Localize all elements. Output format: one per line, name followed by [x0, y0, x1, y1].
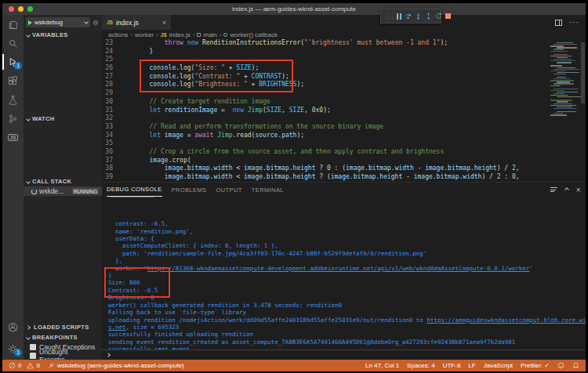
call-stack-section-header[interactable]: CALL STACK — [24, 176, 102, 186]
account-icon[interactable] — [2, 317, 24, 336]
line-number[interactable]: 35 — [102, 139, 119, 148]
checkbox[interactable] — [30, 353, 36, 359]
breadcrumb-main[interactable]: main — [203, 31, 216, 38]
console-link[interactable]: https://81368-wkndaemassetcompute-develo… — [147, 265, 530, 272]
testing-icon[interactable] — [2, 90, 24, 109]
code-line[interactable]: 23 throw new RenditionInstructionsError(… — [102, 39, 586, 48]
watch-body — [24, 124, 102, 176]
close-panel-icon[interactable]: × — [576, 186, 581, 194]
code-editor[interactable]: 23 throw new RenditionInstructionsError(… — [102, 39, 586, 182]
problems-status[interactable]: 0 0 — [9, 362, 40, 369]
breadcrumb-actions[interactable]: actions — [108, 31, 128, 38]
line-number[interactable]: 25 — [102, 56, 119, 64]
close-tab-icon[interactable]: × — [162, 19, 166, 27]
line-number[interactable]: 34 — [102, 132, 119, 140]
line-number[interactable]: 30 — [102, 98, 119, 107]
tab-terminal[interactable]: TERMINAL — [252, 186, 284, 194]
line-number[interactable]: 36 — [102, 148, 119, 157]
run-debug-icon[interactable]: 1 — [2, 53, 24, 71]
code-line[interactable]: 37 image.crop( — [102, 157, 586, 165]
language-mode[interactable]: JavaScript — [484, 362, 513, 369]
code-line[interactable]: 34 let image = await Jimp.read(source.pa… — [102, 132, 586, 140]
console-link[interactable]: s.net — [108, 324, 126, 331]
eol[interactable]: LF — [468, 362, 475, 369]
line-number[interactable]: 39 — [102, 173, 119, 182]
console-line: Falling back to use `file-type` library — [108, 309, 586, 316]
line-number[interactable]: 31 — [102, 107, 119, 115]
code-line[interactable]: 33 // Read and perform transformations o… — [102, 123, 586, 132]
code-line[interactable]: 31 let renditionImage = new Jimp(SIZE, S… — [102, 107, 586, 115]
debug-console-output[interactable]: contrast: -0.5, name: 'rendition.png', u… — [102, 197, 586, 349]
debug-plug-icon — [48, 362, 55, 369]
launch-config-select[interactable]: wskdebug — [26, 17, 90, 27]
variables-section-header[interactable]: VARIABLES — [24, 30, 102, 40]
console-line: successfully sent event — [108, 346, 586, 349]
tab-output[interactable]: OUTPUT — [216, 186, 242, 194]
checkbox[interactable] — [30, 344, 36, 350]
breadcrumb-callback[interactable]: worker() callback — [230, 31, 277, 38]
filter-icon[interactable] — [550, 187, 557, 192]
configure-gear-icon[interactable] — [92, 19, 100, 27]
pause-button[interactable] — [397, 12, 401, 20]
line-number[interactable]: 23 — [102, 39, 119, 48]
debug-toolbar: ⋮⋮ — [380, 9, 441, 24]
more-actions-icon[interactable]: ··· — [569, 18, 579, 27]
indentation[interactable]: Spaces: 4 — [407, 362, 435, 369]
tab-problems[interactable]: PROBLEMS — [172, 186, 207, 194]
tab-debug-console[interactable]: DEBUG CONSOLE — [107, 183, 162, 197]
code-line[interactable]: 32 — [102, 114, 586, 123]
warning-icon — [27, 362, 34, 369]
line-number[interactable]: 29 — [102, 89, 119, 98]
code-line[interactable]: 24 } — [102, 48, 586, 56]
step-over-button[interactable] — [405, 12, 412, 20]
split-editor-icon[interactable] — [555, 20, 562, 26]
tab-indexjs[interactable]: JS index.js × — [102, 15, 171, 30]
titlebar[interactable]: index.js — aem-guides-wknd-asset-compute — [2, 3, 586, 15]
step-into-button[interactable] — [415, 12, 422, 20]
code-line[interactable]: 38 image.bitmap.width < image.bitmap.hei… — [102, 165, 586, 173]
code-line[interactable]: 39 image.bitmap.width < image.bitmap.hei… — [102, 173, 586, 182]
minimap[interactable] — [550, 41, 579, 116]
line-number[interactable]: 37 — [102, 157, 119, 165]
feedback-smiley-icon[interactable] — [557, 362, 564, 369]
call-stack-thread-row[interactable]: wskde... RUNNING — [24, 186, 102, 196]
console-link[interactable]: https://aemguideswkndassetcomput.blob.co… — [426, 317, 586, 324]
line-number[interactable]: 38 — [102, 165, 119, 173]
breadcrumb-indexjs[interactable]: index.js — [169, 31, 191, 38]
line-number[interactable]: 28 — [102, 81, 119, 89]
editor-scrollbar-thumb[interactable] — [581, 42, 585, 103]
drag-grip-icon[interactable]: ⋮⋮ — [384, 13, 394, 20]
formatter-status[interactable]: Prettier: ✓ — [521, 362, 550, 369]
search-icon[interactable] — [2, 34, 24, 53]
start-debug-icon[interactable] — [28, 20, 32, 25]
stop-button[interactable] — [445, 12, 451, 20]
breadcrumb-worker[interactable]: worker — [135, 31, 154, 38]
loaded-scripts-section-header[interactable]: LOADED SCRIPTS — [24, 322, 102, 332]
js-extension-icon[interactable]: JS — [2, 128, 24, 147]
line-number[interactable]: 26 — [102, 64, 119, 73]
cursor-position[interactable]: Ln 47, Col 1 — [365, 362, 399, 369]
console-line: Size: 800 — [108, 279, 586, 286]
code-line[interactable]: 35 — [102, 139, 586, 148]
line-number[interactable]: 24 — [102, 48, 119, 56]
error-icon — [9, 362, 16, 369]
extensions-icon[interactable] — [2, 71, 24, 90]
settings-gear-icon[interactable]: 1 — [2, 339, 24, 358]
notifications-bell-icon[interactable] — [572, 362, 579, 369]
debug-target-status[interactable]: wskdebug (aem-guides-wknd-asset-compute) — [48, 362, 184, 369]
step-out-button[interactable] — [425, 12, 432, 20]
line-number[interactable]: 27 — [102, 73, 119, 81]
breakpoint-uncaught-exceptions[interactable]: Uncaught Exceptio... — [24, 351, 102, 360]
maximize-panel-icon[interactable] — [564, 187, 569, 192]
encoding[interactable]: UTF-8 — [443, 362, 461, 369]
explorer-icon[interactable] — [2, 15, 24, 34]
code-line[interactable]: 30 // Create target rendition image — [102, 98, 586, 107]
line-number[interactable]: 33 — [102, 123, 119, 132]
code-line[interactable]: 36 // Crop a circle from the source asse… — [102, 148, 586, 157]
debug-console-input[interactable] — [102, 349, 586, 360]
restart-button[interactable] — [435, 12, 442, 20]
source-control-icon[interactable] — [2, 109, 24, 128]
watch-section-header[interactable]: WATCH — [24, 114, 102, 124]
line-number[interactable]: 32 — [102, 114, 119, 123]
breakpoints-section-header[interactable]: BREAKPOINTS — [24, 332, 102, 342]
